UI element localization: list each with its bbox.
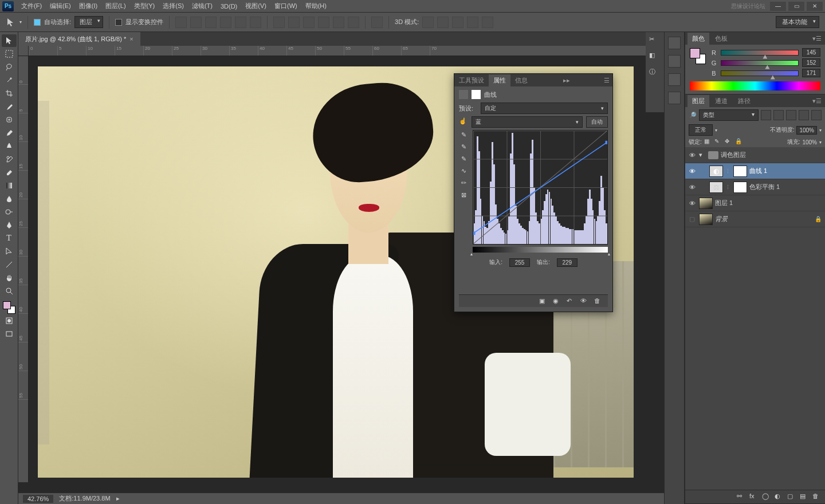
actions-panel-icon[interactable] — [668, 55, 681, 68]
tab-color[interactable]: 颜色 — [688, 33, 709, 45]
workspace-select[interactable]: 基本功能 — [776, 16, 819, 28]
marquee-tool[interactable] — [2, 48, 17, 60]
filter-shape-icon[interactable] — [799, 110, 809, 120]
output-value[interactable]: 229 — [557, 258, 578, 267]
tab-info[interactable]: 信息 — [510, 74, 532, 86]
3d-pan-icon[interactable] — [452, 17, 463, 28]
fg-bg-swatch[interactable] — [690, 48, 706, 64]
visibility-icon[interactable]: 👁 — [688, 168, 697, 175]
magic-wand-tool[interactable] — [2, 74, 17, 86]
layer-curves[interactable]: 👁 ◐ ⋮ 曲线 1 — [685, 163, 825, 179]
history-panel-icon[interactable] — [668, 37, 681, 49]
close-tab-icon[interactable]: × — [129, 36, 133, 42]
auto-select-checkbox[interactable] — [34, 19, 41, 26]
menu-layer[interactable]: 图层(L) — [101, 2, 129, 10]
dist-top-icon[interactable] — [273, 17, 285, 28]
delete-adjust-icon[interactable]: 🗑 — [594, 297, 603, 305]
document-tab[interactable]: 原片.jpg @ 42.8% (曲线 1, RGB/8) * × — [18, 32, 140, 46]
dist-hmid-icon[interactable] — [333, 17, 344, 28]
tab-swatches[interactable]: 色板 — [710, 33, 732, 45]
menu-image[interactable]: 图像(I) — [75, 2, 101, 10]
pen-tool[interactable] — [2, 219, 17, 231]
panel-menu-icon[interactable]: ▾☰ — [809, 35, 825, 42]
tab-tool-presets[interactable]: 工具预设 — [454, 74, 489, 86]
visibility-icon[interactable]: 👁 — [688, 184, 697, 191]
lock-pixels-icon[interactable]: ✎ — [714, 138, 722, 146]
channel-select[interactable]: 蓝 — [472, 116, 583, 128]
menu-type[interactable]: 类型(Y) — [130, 2, 159, 10]
move-tool[interactable] — [2, 34, 17, 47]
window-restore-icon[interactable]: ▭ — [788, 2, 804, 11]
targeted-adjust-icon[interactable]: ☝ — [459, 117, 468, 127]
lock-all-icon[interactable]: 🔒 — [735, 138, 743, 146]
align-bottom-icon[interactable] — [205, 17, 217, 28]
opacity-value[interactable]: 100% — [796, 126, 817, 135]
window-close-icon[interactable]: ✕ — [807, 2, 823, 11]
quickmask-tool[interactable] — [2, 314, 17, 327]
3d-slide-icon[interactable] — [467, 17, 478, 28]
link-layers-icon[interactable]: ⚯ — [737, 493, 746, 502]
align-top-icon[interactable] — [175, 17, 187, 28]
fill-value[interactable]: 100% — [802, 139, 817, 145]
clone-stamp-tool[interactable] — [2, 140, 17, 152]
spectrum-picker[interactable] — [690, 81, 820, 90]
hand-tool[interactable] — [2, 271, 17, 284]
dist-left-icon[interactable] — [318, 17, 329, 28]
layer-mask-thumb[interactable] — [733, 182, 747, 193]
align-hmid-icon[interactable] — [235, 17, 246, 28]
status-arrow-icon[interactable]: ▸ — [116, 495, 120, 502]
layer-name[interactable]: 调色图层 — [721, 151, 823, 159]
curve-point-icon[interactable]: ∿ — [459, 166, 468, 175]
lasso-tool[interactable] — [2, 61, 17, 73]
visibility-icon[interactable]: 👁 — [688, 152, 697, 159]
show-transform-checkbox[interactable] — [115, 19, 122, 26]
tab-properties[interactable]: 属性 — [489, 74, 510, 86]
preset-select[interactable]: 自定 — [481, 103, 608, 114]
add-mask-icon[interactable]: ◯ — [762, 493, 771, 502]
dodge-tool[interactable] — [2, 206, 17, 218]
info-icon[interactable]: ⓘ — [649, 68, 661, 79]
visibility-icon[interactable]: ▢ — [688, 215, 697, 223]
dropdown-icon[interactable]: ▾ — [19, 19, 22, 25]
link-icon[interactable]: ⋮ — [725, 184, 731, 190]
g-slider[interactable] — [721, 60, 799, 66]
filter-smart-icon[interactable] — [811, 110, 822, 120]
brushes-panel-icon[interactable] — [668, 73, 681, 86]
layer-filter-select[interactable]: 类型▾ — [699, 109, 759, 121]
menu-view[interactable]: 视图(V) — [241, 2, 270, 10]
layer-group[interactable]: 👁 ▾ 调色图层 — [685, 147, 825, 163]
crop-tool[interactable] — [2, 87, 17, 100]
filter-type-icon[interactable] — [786, 110, 796, 120]
layer-name[interactable]: 曲线 1 — [749, 167, 823, 175]
curves-graph[interactable] — [473, 130, 608, 245]
3d-orbit-icon[interactable] — [422, 17, 434, 28]
toggle-vis-icon[interactable]: 👁 — [580, 297, 590, 305]
link-icon[interactable]: ⋮ — [725, 168, 731, 174]
line-tool[interactable] — [2, 258, 17, 271]
filter-icon[interactable]: 🔎 — [689, 112, 697, 119]
path-selection-tool[interactable] — [2, 245, 17, 258]
panel-expand-icon[interactable]: ▸▸ — [560, 77, 573, 84]
clip-to-layer-icon[interactable]: ▣ — [539, 297, 548, 305]
adjustments-icon[interactable]: ✂ — [649, 36, 661, 47]
chevron-down-icon[interactable]: ▾ — [699, 151, 706, 159]
dist-vmid-icon[interactable] — [288, 17, 300, 28]
auto-align-icon[interactable] — [371, 17, 383, 28]
lock-position-icon[interactable]: ✥ — [725, 138, 733, 146]
delete-layer-icon[interactable]: 🗑 — [812, 493, 822, 502]
blur-tool[interactable] — [2, 192, 17, 205]
b-value[interactable]: 171 — [802, 69, 820, 77]
filter-adjust-icon[interactable] — [773, 110, 784, 120]
lock-transparent-icon[interactable]: ▦ — [704, 138, 712, 146]
layer-background[interactable]: ▢ 背景 🔒 — [685, 211, 825, 227]
menu-3d[interactable]: 3D(D) — [217, 3, 241, 10]
layer-mask-thumb[interactable] — [733, 166, 747, 177]
layer-colorbalance[interactable]: 👁 ⚖ ⋮ 色彩平衡 1 — [685, 179, 825, 195]
filter-pixel-icon[interactable] — [761, 110, 771, 120]
clip-icon[interactable]: ⊠ — [459, 190, 468, 199]
sample-gray-icon[interactable]: ✎ — [459, 142, 468, 151]
blend-mode-select[interactable]: 正常 — [689, 124, 713, 136]
menu-file[interactable]: 文件(F) — [17, 2, 46, 10]
tab-layers[interactable]: 图层 — [688, 95, 709, 107]
auto-button[interactable]: 自动 — [586, 116, 608, 128]
